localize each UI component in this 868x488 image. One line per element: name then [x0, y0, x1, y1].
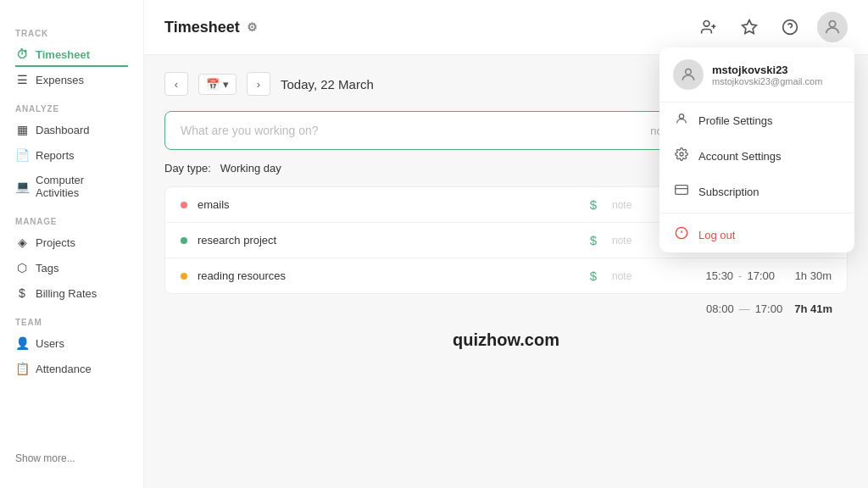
computer-icon: 💻	[15, 180, 29, 193]
prev-date-button[interactable]: ‹	[164, 72, 188, 96]
billing-icon[interactable]: $	[585, 197, 602, 212]
profile-settings-item[interactable]: Profile Settings	[659, 103, 854, 138]
dropdown-username: mstojkovski23	[712, 64, 822, 76]
sidebar-item-computer-activities[interactable]: 💻 Computer Activities	[0, 168, 143, 205]
task-dot	[181, 237, 187, 244]
dashboard-icon: ▦	[15, 123, 29, 136]
svg-point-9	[680, 152, 683, 156]
account-gear-icon	[673, 147, 690, 164]
add-user-button[interactable]	[695, 14, 722, 41]
dropdown-user-section: mstojkovski23 mstojkovski23@gmail.com	[659, 47, 854, 103]
total-row: 08:00 — 17:00 7h 41m	[164, 294, 848, 324]
subscription-item[interactable]: Subscription	[659, 174, 854, 209]
svg-marker-3	[743, 20, 757, 34]
analyze-section-label: ANALYZE	[0, 92, 143, 117]
sidebar-item-expenses[interactable]: ☰ Expenses	[0, 67, 143, 92]
task-dot	[181, 202, 187, 208]
track-section-label: TRACK	[0, 17, 143, 42]
user-dropdown: mstojkovski23 mstojkovski23@gmail.com Pr…	[659, 47, 854, 252]
svg-rect-10	[676, 186, 688, 195]
time-range: 15:30 - 17:00	[656, 269, 775, 282]
sidebar-item-tags[interactable]: ⬡ Tags	[0, 255, 143, 280]
task-name: reading resources	[198, 269, 575, 282]
page-title: Timesheet ⚙	[164, 19, 258, 36]
calendar-button[interactable]: 📅 ▾	[198, 74, 236, 95]
svg-point-6	[829, 21, 835, 27]
profile-icon	[673, 112, 690, 129]
sidebar-item-users[interactable]: 👤 Users	[0, 330, 143, 356]
settings-gear-icon[interactable]: ⚙	[247, 20, 258, 34]
team-section-label: TEAM	[0, 306, 143, 330]
note-label: note	[612, 199, 646, 211]
subscription-icon	[673, 183, 690, 200]
dropdown-email: mstojkovski23@gmail.com	[712, 76, 822, 86]
avatar[interactable]	[817, 12, 848, 42]
manage-section-label: MANAGE	[0, 205, 143, 230]
billing-icon: $	[15, 286, 29, 300]
show-more-link[interactable]: Show more...	[0, 446, 143, 471]
svg-point-8	[679, 114, 683, 119]
logout-item[interactable]: Log out	[659, 217, 854, 252]
billing-icon[interactable]: $	[585, 233, 602, 247]
dropdown-divider	[659, 213, 854, 214]
attendance-icon: 📋	[15, 362, 29, 375]
sidebar-item-projects[interactable]: ◈ Projects	[0, 230, 143, 255]
calendar-icon: 📅	[206, 78, 220, 91]
reports-icon: 📄	[15, 148, 29, 162]
sidebar-item-billing-rates[interactable]: $ Billing Rates	[0, 280, 143, 306]
timesheet-icon: ⏱	[15, 47, 29, 61]
main-content: Timesheet ⚙	[144, 0, 868, 488]
sidebar-item-reports[interactable]: 📄 Reports	[0, 142, 143, 168]
sidebar-item-timesheet[interactable]: ⏱ Timesheet	[0, 42, 143, 67]
sidebar-item-attendance[interactable]: 📋 Attendance	[0, 356, 143, 381]
note-label: note	[612, 270, 646, 282]
svg-point-0	[704, 21, 709, 27]
header-actions	[695, 12, 848, 42]
sidebar: TRACK ⏱ Timesheet ☰ Expenses ANALYZE ▦ D…	[0, 0, 144, 488]
time-entry-placeholder: What are you working on?	[181, 124, 319, 137]
logout-icon	[673, 226, 690, 243]
watermark: quizhow.com	[164, 324, 848, 357]
help-button[interactable]	[776, 14, 804, 41]
total-duration: 7h 41m	[794, 302, 832, 315]
next-date-button[interactable]: ›	[247, 72, 270, 96]
task-duration: 1h 30m	[785, 269, 832, 282]
task-dot	[181, 273, 187, 280]
svg-point-7	[686, 69, 692, 75]
page-header: Timesheet ⚙	[144, 0, 868, 55]
task-name: research project	[198, 234, 575, 247]
users-icon: 👤	[15, 336, 29, 350]
dropdown-user-info: mstojkovski23 mstojkovski23@gmail.com	[712, 64, 822, 86]
calendar-chevron-icon: ▾	[223, 78, 229, 91]
projects-icon: ◈	[15, 236, 29, 249]
account-settings-item[interactable]: Account Settings	[659, 138, 854, 174]
task-name: emails	[198, 198, 575, 211]
expenses-icon: ☰	[15, 73, 29, 86]
sidebar-item-dashboard[interactable]: ▦ Dashboard	[0, 117, 143, 142]
table-row: reading resources $ note 15:30 - 17:00 1…	[165, 258, 847, 293]
dropdown-avatar	[673, 59, 704, 90]
billing-icon[interactable]: $	[585, 269, 602, 283]
note-label: note	[612, 235, 646, 247]
star-button[interactable]	[736, 14, 763, 41]
tags-icon: ⬡	[15, 261, 29, 274]
